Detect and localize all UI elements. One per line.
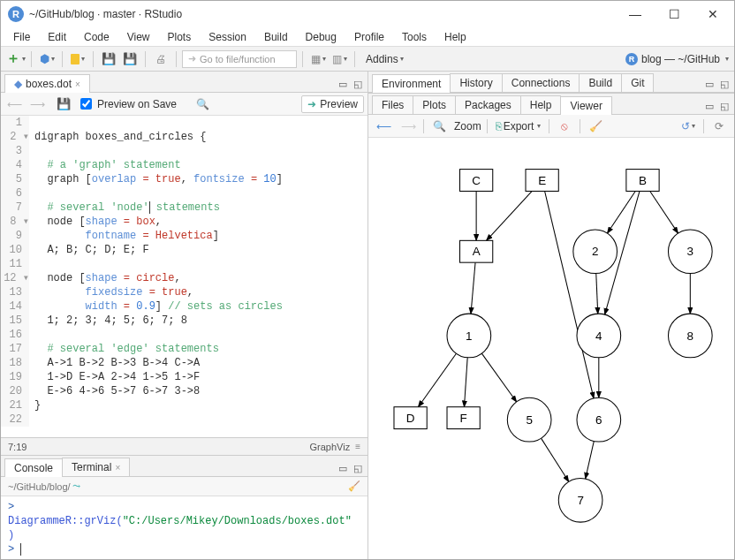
pane-maximize-icon[interactable]: ◱ bbox=[352, 79, 364, 89]
clear-all-button[interactable]: 🧹 bbox=[586, 117, 605, 136]
graph-edge-E-6 bbox=[545, 191, 595, 398]
tab-viewer[interactable]: Viewer bbox=[560, 96, 611, 115]
env-pane: EnvironmentHistoryConnectionsBuildGit ▭ … bbox=[368, 72, 734, 94]
pane-minimize-icon[interactable]: ▭ bbox=[337, 463, 349, 473]
clear-console-icon[interactable]: 🧹 bbox=[348, 481, 360, 492]
save-button[interactable]: 💾 bbox=[99, 49, 118, 69]
console-cmd-prefix: DiagrammeR::grViz( bbox=[8, 515, 123, 527]
tab-history[interactable]: History bbox=[450, 73, 502, 92]
svg-text:5: 5 bbox=[526, 413, 532, 427]
menu-debug[interactable]: Debug bbox=[297, 29, 345, 45]
sync-dropdown[interactable]: ↺▾ bbox=[678, 120, 698, 132]
open-file-button[interactable]: ▾ bbox=[68, 49, 87, 69]
viewer-forward-button[interactable]: ⟶ bbox=[398, 117, 418, 136]
menu-plots[interactable]: Plots bbox=[159, 29, 201, 45]
code-line: 1 bbox=[1, 116, 368, 130]
tab-console[interactable]: Console bbox=[4, 458, 63, 477]
menu-session[interactable]: Session bbox=[200, 29, 255, 45]
svg-text:6: 6 bbox=[595, 413, 602, 427]
code-line: 20 E->6 4->6 5->7 6->7 3->8 bbox=[1, 384, 368, 398]
maximize-button[interactable]: ☐ bbox=[655, 2, 693, 26]
tab-files[interactable]: Files bbox=[372, 95, 413, 114]
code-line: 22 bbox=[1, 412, 368, 427]
tab-terminal[interactable]: Terminal× bbox=[62, 458, 130, 476]
save-all-button[interactable]: 💾 bbox=[120, 49, 140, 69]
viewer-back-button[interactable]: ⟵ bbox=[374, 117, 393, 136]
tab-plots[interactable]: Plots bbox=[413, 95, 456, 114]
export-dropdown[interactable]: ⎘ Export ▾ bbox=[493, 120, 544, 132]
menu-help[interactable]: Help bbox=[436, 29, 475, 45]
graph-edge-B-2 bbox=[607, 191, 635, 233]
svg-text:C: C bbox=[472, 174, 481, 187]
pane-minimize-icon[interactable]: ▭ bbox=[703, 79, 716, 89]
preview-on-save-label: Preview on Save bbox=[97, 98, 177, 110]
graph-edge-1-F bbox=[464, 358, 467, 407]
menu-file[interactable]: File bbox=[4, 29, 39, 45]
graph-edge-6-7 bbox=[586, 441, 595, 479]
grid2-button[interactable]: ▥▾ bbox=[330, 49, 349, 69]
menu-view[interactable]: View bbox=[118, 29, 159, 45]
tab-connections[interactable]: Connections bbox=[502, 73, 580, 92]
menu-profile[interactable]: Profile bbox=[345, 29, 393, 45]
addins-label: Addins bbox=[366, 53, 398, 65]
tab-boxes-dot[interactable]: ◆ boxes.dot × bbox=[4, 74, 90, 93]
export-label: Export bbox=[504, 120, 534, 132]
goto-input[interactable]: ➜ Go to file/function bbox=[182, 50, 297, 68]
console-cmd-suffix: ) bbox=[8, 529, 14, 541]
remove-button[interactable]: ⦸ bbox=[555, 117, 574, 136]
refresh-button[interactable]: ⟳ bbox=[709, 117, 729, 136]
svg-text:4: 4 bbox=[595, 329, 602, 343]
grid-button[interactable]: ▦▾ bbox=[308, 49, 328, 69]
project-dropdown[interactable]: R blog — ~/GitHub ▾ bbox=[625, 53, 729, 65]
new-file-button[interactable]: ＋▾ bbox=[6, 49, 26, 69]
pane-maximize-icon[interactable]: ◱ bbox=[718, 101, 731, 111]
viewer-toolbar: ⟵ ⟶ 🔍 Zoom ⎘ Export ▾ ⦸ 🧹 ↺▾ ⟳ bbox=[368, 115, 734, 138]
print-button[interactable]: 🖨 bbox=[151, 49, 170, 69]
pane-minimize-icon[interactable]: ▭ bbox=[703, 101, 716, 111]
svg-text:1: 1 bbox=[466, 329, 472, 343]
zoom-icon[interactable]: 🔍 bbox=[429, 117, 449, 136]
tab-help[interactable]: Help bbox=[520, 95, 562, 114]
console-output[interactable]: > DiagrammeR::grViz("C:/Users/Mikey/Down… bbox=[1, 496, 368, 560]
console-path-arrow-icon: ⤳ bbox=[72, 481, 80, 492]
menu-tools[interactable]: Tools bbox=[393, 29, 436, 45]
find-button[interactable]: 🔍 bbox=[193, 95, 212, 114]
language-mode[interactable]: GraphViz bbox=[310, 442, 351, 452]
graph-edge-B-3 bbox=[650, 191, 678, 233]
menu-code[interactable]: Code bbox=[75, 29, 118, 45]
goto-arrow-icon: ➜ bbox=[188, 53, 196, 64]
export-icon: ⎘ bbox=[496, 120, 502, 132]
tab-packages[interactable]: Packages bbox=[455, 95, 521, 114]
code-editor[interactable]: 12 ▾digraph boxes_and_circles {34 # a 'g… bbox=[1, 116, 368, 437]
tab-environment[interactable]: Environment bbox=[372, 74, 451, 93]
preview-on-save-checkbox[interactable] bbox=[80, 98, 92, 110]
code-line: 13 fixedsize = true, bbox=[1, 285, 368, 299]
graph-canvas: CEBADF23148567 bbox=[368, 138, 734, 560]
close-button[interactable]: ✕ bbox=[693, 2, 732, 26]
code-line: 14 width = 0.9] // sets as circles bbox=[1, 299, 368, 314]
pane-maximize-icon[interactable]: ◱ bbox=[718, 79, 731, 89]
new-project-button[interactable]: ⬢▾ bbox=[37, 49, 57, 69]
svg-text:B: B bbox=[639, 174, 647, 187]
addins-dropdown[interactable]: Addins ▾ bbox=[360, 53, 409, 65]
editor-tabs: ◆ boxes.dot × ▭ ◱ bbox=[1, 72, 368, 93]
pane-minimize-icon[interactable]: ▭ bbox=[337, 79, 349, 89]
code-line: 7 # several 'node' statements bbox=[1, 201, 368, 215]
forward-button[interactable]: ⟶ bbox=[27, 95, 47, 114]
window-title: ~/GitHub/blog · master · RStudio bbox=[29, 8, 616, 20]
back-button[interactable]: ⟵ bbox=[4, 95, 24, 114]
menu-build[interactable]: Build bbox=[255, 29, 297, 45]
code-line: 15 1; 2; 3; 4; 5; 6; 7; 8 bbox=[1, 314, 368, 328]
tab-build[interactable]: Build bbox=[579, 73, 622, 92]
pane-maximize-icon[interactable]: ◱ bbox=[352, 463, 364, 473]
tab-git[interactable]: Git bbox=[621, 73, 654, 92]
zoom-label[interactable]: Zoom bbox=[454, 120, 481, 132]
console-path-bar: ~/GitHub/blog/ ⤳ 🧹 bbox=[1, 477, 368, 496]
titlebar: R ~/GitHub/blog · master · RStudio — ☐ ✕ bbox=[1, 1, 734, 27]
preview-button[interactable]: ➜ Preview bbox=[301, 95, 364, 113]
save-file-button[interactable]: 💾 bbox=[54, 95, 73, 114]
menu-edit[interactable]: Edit bbox=[39, 29, 75, 45]
svg-text:A: A bbox=[473, 245, 481, 258]
minimize-button[interactable]: — bbox=[616, 2, 655, 26]
tab-close-icon[interactable]: × bbox=[75, 79, 80, 89]
